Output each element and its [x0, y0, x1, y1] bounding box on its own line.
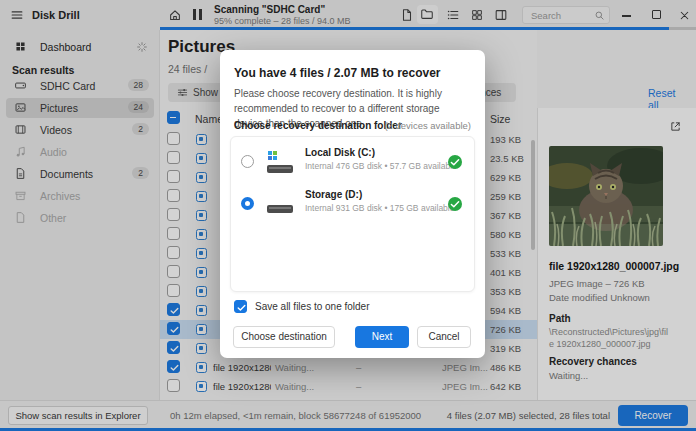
save-to-one-folder-checkbox[interactable] [234, 300, 247, 313]
devices-available-label: (2 devices available) [384, 120, 471, 131]
drive-icon [267, 193, 297, 215]
windows-logo-icon [268, 151, 277, 160]
save-checkbox-label: Save all files to one folder [255, 301, 370, 312]
device-name: Storage (D:) [305, 189, 362, 200]
device-name: Local Disk (C:) [305, 147, 375, 158]
device-radio[interactable] [241, 155, 254, 168]
device-available-check-icon [448, 155, 462, 169]
device-list: Local Disk (C:) Internal 476 GB disk • 5… [230, 136, 475, 292]
next-button[interactable]: Next [355, 326, 409, 348]
device-available-check-icon [448, 197, 462, 211]
drive-icon [267, 151, 297, 173]
check-icon [236, 302, 247, 313]
destination-folder-label: Choose recovery destination folder [234, 120, 402, 131]
recovery-dialog: You have 4 files / 2.07 MB to recover Pl… [220, 50, 485, 358]
device-option[interactable]: Storage (D:) Internal 931 GB disk • 175 … [231, 187, 474, 221]
device-option[interactable]: Local Disk (C:) Internal 476 GB disk • 5… [231, 145, 474, 179]
device-radio[interactable] [241, 197, 254, 210]
disk-drill-window: Disk Drill Scanning "SDHC Card" 95% comp… [0, 0, 696, 431]
cancel-button[interactable]: Cancel [417, 326, 471, 348]
device-details: Internal 931 GB disk • 175 GB available [305, 203, 454, 213]
device-details: Internal 476 GB disk • 57.7 GB available [305, 161, 457, 171]
choose-destination-button[interactable]: Choose destination [233, 326, 335, 348]
dialog-title: You have 4 files / 2.07 MB to recover [234, 66, 441, 80]
